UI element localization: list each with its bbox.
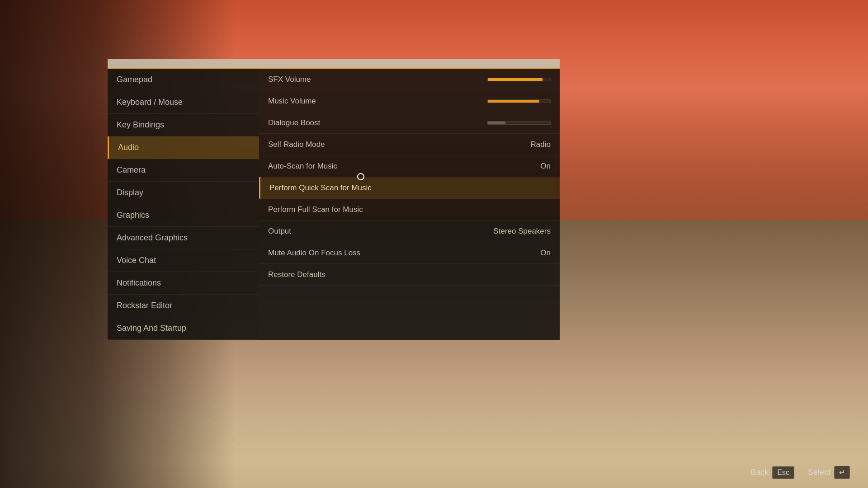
- setting-row-perform-quick-scan[interactable]: Perform Quick Scan for Music: [259, 177, 560, 199]
- setting-bar-fill-music-volume: [488, 100, 539, 103]
- sidebar-item-graphics[interactable]: Graphics: [108, 204, 259, 227]
- control-label-back: Back: [750, 468, 769, 477]
- sidebar-item-keyboard-mouse[interactable]: Keyboard / Mouse: [108, 91, 259, 114]
- setting-row-sfx-volume[interactable]: SFX Volume: [259, 69, 560, 90]
- sidebar-item-camera[interactable]: Camera: [108, 159, 259, 182]
- setting-label-restore-defaults: Restore Defaults: [268, 270, 551, 279]
- setting-label-music-volume: Music Volume: [268, 97, 487, 106]
- setting-row-dialogue-boost[interactable]: Dialogue Boost: [259, 112, 560, 134]
- setting-value-output: Stereo Speakers: [493, 227, 551, 236]
- setting-label-sfx-volume: SFX Volume: [268, 75, 487, 84]
- right-panel: SFX VolumeMusic VolumeDialogue BoostSelf…: [259, 69, 560, 340]
- setting-row-output[interactable]: OutputStereo Speakers: [259, 221, 560, 242]
- control-hint-back: BackEsc: [750, 466, 794, 479]
- sidebar-item-notifications[interactable]: Notifications: [108, 272, 259, 295]
- control-label-select: Select: [808, 468, 830, 477]
- setting-label-output: Output: [268, 227, 493, 236]
- sidebar-item-key-bindings[interactable]: Key Bindings: [108, 114, 259, 136]
- setting-row-mute-audio-focus[interactable]: Mute Audio On Focus LossOn: [259, 242, 560, 264]
- settings-body: GamepadKeyboard / MouseKey BindingsAudio…: [108, 69, 560, 340]
- sidebar-item-audio[interactable]: Audio: [108, 136, 259, 159]
- sidebar-item-display[interactable]: Display: [108, 182, 259, 204]
- sidebar-item-advanced-graphics[interactable]: Advanced Graphics: [108, 227, 259, 249]
- control-key-select[interactable]: ↵: [834, 466, 850, 479]
- setting-bar-fill-dialogue-boost: [488, 122, 505, 124]
- setting-label-perform-quick-scan: Perform Quick Scan for Music: [269, 183, 551, 192]
- setting-label-mute-audio-focus: Mute Audio On Focus Loss: [268, 249, 524, 258]
- setting-label-auto-scan-music: Auto-Scan for Music: [268, 162, 524, 171]
- settings-panel: GamepadKeyboard / MouseKey BindingsAudio…: [108, 59, 560, 340]
- controls-bar: BackEscSelect↵: [750, 466, 850, 479]
- control-key-back[interactable]: Esc: [772, 466, 794, 479]
- setting-label-dialogue-boost: Dialogue Boost: [268, 118, 487, 127]
- sidebar-item-gamepad[interactable]: Gamepad: [108, 69, 259, 91]
- setting-bar-sfx-volume: [487, 78, 551, 81]
- left-menu: GamepadKeyboard / MouseKey BindingsAudio…: [108, 69, 259, 340]
- setting-label-self-radio-mode: Self Radio Mode: [268, 140, 524, 149]
- setting-value-self-radio-mode: Radio: [524, 140, 551, 149]
- setting-row-restore-defaults[interactable]: Restore Defaults: [259, 264, 560, 286]
- setting-bar-music-volume: [487, 99, 551, 103]
- setting-row-self-radio-mode[interactable]: Self Radio ModeRadio: [259, 134, 560, 155]
- setting-row-music-volume[interactable]: Music Volume: [259, 90, 560, 112]
- setting-label-perform-full-scan: Perform Full Scan for Music: [268, 205, 551, 214]
- setting-row-auto-scan-music[interactable]: Auto-Scan for MusicOn: [259, 155, 560, 177]
- sidebar-item-saving-startup[interactable]: Saving And Startup: [108, 317, 259, 340]
- setting-bar-dialogue-boost: [487, 121, 551, 125]
- settings-title: [108, 59, 560, 69]
- setting-row-perform-full-scan[interactable]: Perform Full Scan for Music: [259, 199, 560, 221]
- setting-value-auto-scan-music: On: [524, 162, 551, 171]
- control-hint-select: Select↵: [808, 466, 850, 479]
- setting-value-mute-audio-focus: On: [524, 249, 551, 258]
- setting-bar-fill-sfx-volume: [488, 78, 542, 81]
- sidebar-item-voice-chat[interactable]: Voice Chat: [108, 249, 259, 272]
- sidebar-item-rockstar-editor[interactable]: Rockstar Editor: [108, 295, 259, 317]
